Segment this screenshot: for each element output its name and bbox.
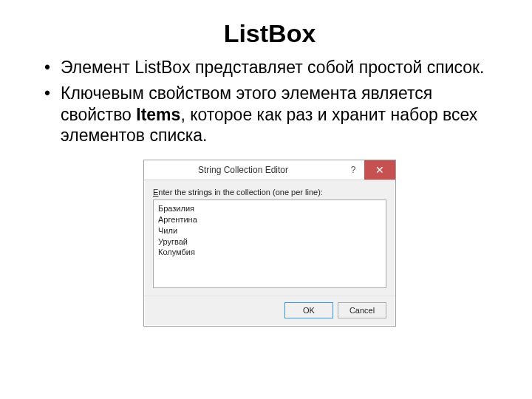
bullet-text: Элемент	[61, 58, 134, 77]
bullet-list: Элемент ListBox представляет собой прост…	[44, 57, 495, 146]
dialog-title: String Collection Editor	[144, 160, 342, 180]
textarea-line: Колумбия	[158, 247, 381, 258]
help-button[interactable]: ?	[342, 160, 364, 180]
strings-textarea[interactable]: Бразилия Аргентина Чили Уругвай Колумбия	[153, 200, 386, 288]
dialog-body: Enter the strings in the collection (one…	[144, 180, 395, 291]
bullet-text: представляет собой простой список.	[191, 58, 485, 77]
dialog-prompt: Enter the strings in the collection (one…	[153, 188, 386, 197]
dialog-titlebar: String Collection Editor ? ✕	[144, 160, 395, 180]
prompt-text: nter the strings in the collection (one …	[158, 188, 323, 197]
textarea-line: Бразилия	[158, 203, 381, 214]
dialog-button-row: OK Cancel	[144, 296, 395, 326]
close-button[interactable]: ✕	[364, 160, 395, 180]
bullet-item: Элемент ListBox представляет собой прост…	[44, 57, 495, 78]
textarea-line: Аргентина	[158, 214, 381, 225]
bullet-item: Ключевым свойством этого элемента являет…	[44, 83, 495, 146]
textarea-line: Уругвай	[158, 236, 381, 248]
string-collection-editor-dialog: String Collection Editor ? ✕ Enter the s…	[143, 160, 396, 327]
slide-title: ListBox	[44, 19, 495, 48]
cancel-button[interactable]: Cancel	[338, 302, 386, 318]
close-icon: ✕	[375, 164, 384, 176]
bullet-text: ListBox	[134, 58, 190, 77]
bullet-bold: Items	[136, 105, 180, 124]
textarea-line: Чили	[158, 225, 381, 236]
ok-button[interactable]: OK	[284, 302, 333, 318]
